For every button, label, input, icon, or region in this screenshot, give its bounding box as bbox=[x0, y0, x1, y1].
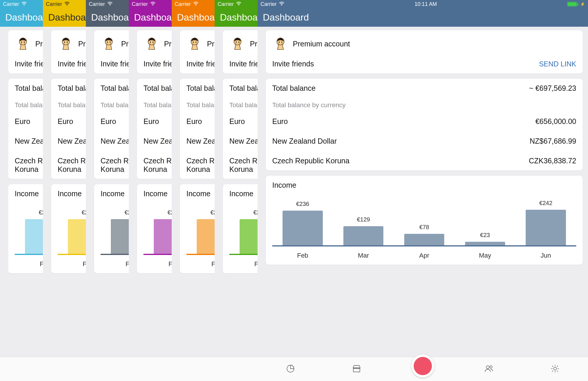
account-type-label: Premium account bbox=[293, 40, 350, 48]
tab-add[interactable] bbox=[390, 357, 456, 381]
currency-row: New Zealand Dollar NZ$67,686.99 bbox=[272, 137, 576, 145]
x-tick-label: May bbox=[455, 252, 515, 259]
svg-point-18 bbox=[153, 41, 153, 43]
currency-name: Euro bbox=[58, 117, 73, 126]
page-title: Dashboard bbox=[263, 12, 309, 23]
bar-value-label: €23 bbox=[480, 232, 490, 239]
avatar[interactable] bbox=[101, 36, 117, 52]
nav-bar: Dashboard bbox=[258, 8, 588, 27]
avatar[interactable] bbox=[229, 36, 246, 52]
svg-point-15 bbox=[153, 5, 153, 6]
svg-point-22 bbox=[193, 41, 194, 43]
bar bbox=[465, 242, 505, 245]
svg-point-2 bbox=[21, 41, 22, 43]
bar-value-label: €78 bbox=[419, 224, 429, 231]
wifi-icon bbox=[64, 1, 70, 7]
wifi-icon bbox=[279, 1, 284, 7]
svg-point-12 bbox=[107, 41, 108, 43]
currency-amount: €656,000.00 bbox=[535, 117, 576, 126]
tab-store[interactable] bbox=[324, 357, 390, 381]
bar bbox=[283, 211, 323, 245]
svg-point-28 bbox=[238, 41, 239, 43]
svg-point-3 bbox=[24, 41, 25, 43]
currency-amount: NZ$67,686.99 bbox=[530, 137, 576, 145]
svg-point-33 bbox=[281, 41, 282, 43]
charging-icon: ⚡ bbox=[580, 2, 585, 6]
pie-chart-icon bbox=[285, 364, 295, 375]
bar-column: €23 bbox=[455, 197, 515, 245]
carrier-label: Carrier bbox=[218, 1, 234, 7]
carrier-label: Carrier bbox=[175, 1, 191, 7]
tab-reports[interactable] bbox=[258, 357, 324, 381]
bar-value-label: €129 bbox=[357, 216, 370, 224]
wifi-icon bbox=[193, 1, 198, 7]
total-balance-value: ~ €697,569.23 bbox=[529, 84, 576, 93]
svg-point-5 bbox=[67, 5, 68, 6]
svg-point-25 bbox=[238, 5, 239, 6]
wifi-icon bbox=[21, 1, 27, 7]
balance-card: Total balance ~ €697,569.23 Total balanc… bbox=[266, 79, 583, 170]
phone-theme-steel: Carrier 10:11 AM ⚡ Dashboard Premium acc… bbox=[258, 0, 588, 381]
wifi-icon bbox=[236, 1, 241, 7]
bar-column: €129 bbox=[333, 197, 394, 245]
svg-point-17 bbox=[150, 41, 151, 43]
x-tick-label: Jun bbox=[515, 252, 576, 259]
bar-column: €242 bbox=[515, 197, 576, 245]
currency-row: Euro €656,000.00 bbox=[272, 117, 576, 126]
total-balance-label: Total balance bbox=[272, 84, 315, 93]
bar-value-label: €236 bbox=[296, 201, 309, 208]
bar-column: €236 bbox=[272, 197, 333, 245]
income-chart: €236 €129 €78 €23 €242 FebMarAprMayJun bbox=[272, 197, 576, 259]
tab-settings[interactable] bbox=[522, 357, 588, 381]
svg-point-0 bbox=[24, 5, 25, 6]
invite-friends-label: Invite friends bbox=[272, 60, 314, 68]
store-icon bbox=[352, 364, 362, 375]
send-link-button[interactable]: SEND LINK bbox=[539, 60, 576, 68]
bar-column: €78 bbox=[394, 197, 455, 245]
svg-point-32 bbox=[279, 41, 280, 43]
tab-people[interactable] bbox=[456, 357, 522, 381]
svg-point-13 bbox=[110, 41, 111, 43]
currency-name: New Zealand Dollar bbox=[272, 137, 337, 145]
currency-name: Euro bbox=[15, 117, 30, 126]
carrier-label: Carrier bbox=[3, 1, 19, 7]
x-tick-label: Mar bbox=[333, 252, 394, 259]
svg-point-36 bbox=[490, 366, 492, 368]
status-bar: Carrier 10:11 AM ⚡ bbox=[258, 0, 588, 8]
currency-name: Euro bbox=[101, 117, 116, 126]
income-title: Income bbox=[272, 181, 576, 189]
currency-name: Euro bbox=[143, 117, 159, 126]
people-icon bbox=[484, 364, 494, 375]
currency-name: Czech Republic Koruna bbox=[272, 157, 350, 165]
bar bbox=[343, 226, 383, 245]
account-card: Premium account Invite friends SEND LINK bbox=[266, 30, 583, 73]
svg-point-10 bbox=[110, 5, 111, 6]
fab-button[interactable] bbox=[411, 355, 434, 377]
battery-icon bbox=[567, 2, 577, 6]
currency-amount: CZK36,838.72 bbox=[529, 157, 576, 165]
bar bbox=[404, 234, 444, 245]
wifi-icon bbox=[107, 1, 113, 7]
svg-point-23 bbox=[196, 41, 196, 43]
currency-name: Euro bbox=[229, 117, 245, 126]
svg-point-8 bbox=[67, 41, 68, 43]
svg-point-37 bbox=[554, 367, 557, 370]
balance-by-currency-label: Total balance by currency bbox=[272, 101, 576, 109]
svg-point-30 bbox=[281, 5, 282, 6]
currency-name: Euro bbox=[186, 117, 202, 126]
avatar[interactable] bbox=[58, 36, 74, 52]
currency-row: Czech Republic Koruna CZK36,838.72 bbox=[272, 157, 576, 165]
avatar[interactable] bbox=[15, 36, 31, 52]
avatar[interactable] bbox=[272, 36, 289, 52]
content: Premium account Invite friends SEND LINK… bbox=[258, 27, 588, 291]
avatar[interactable] bbox=[143, 36, 160, 52]
tab-bar bbox=[258, 357, 588, 381]
svg-point-27 bbox=[236, 41, 237, 43]
svg-point-35 bbox=[486, 366, 489, 369]
carrier-label: Carrier bbox=[132, 1, 148, 7]
avatar[interactable] bbox=[186, 36, 203, 52]
carrier-label: Carrier bbox=[260, 1, 277, 7]
fab-inner bbox=[414, 357, 432, 375]
carrier-label: Carrier bbox=[46, 1, 62, 7]
svg-point-20 bbox=[196, 5, 196, 6]
